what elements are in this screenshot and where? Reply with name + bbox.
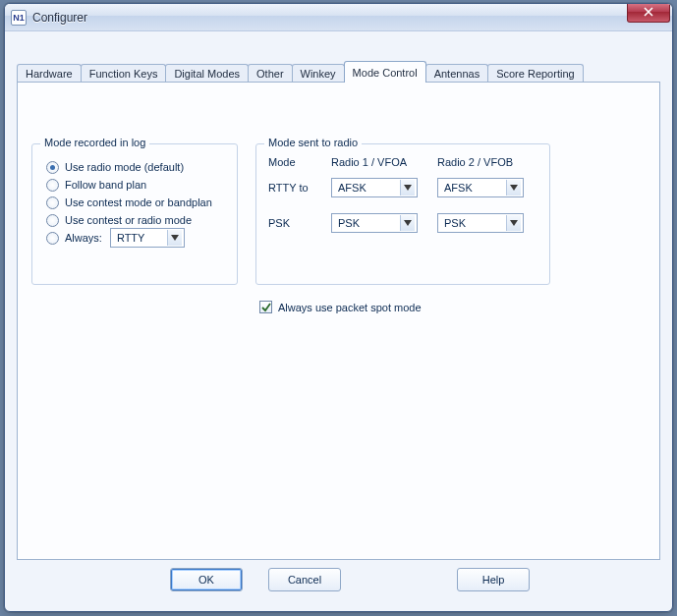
checkbox-label: Always use packet spot mode	[278, 302, 422, 313]
radio-dot-icon	[46, 179, 59, 192]
client-area: Hardware Function Keys Digital Modes Oth…	[11, 37, 666, 605]
tab-label: Hardware	[26, 68, 73, 80]
chevron-down-icon	[506, 215, 521, 231]
tab-label: Mode Control	[353, 67, 418, 79]
radio-follow-band-plan[interactable]: Follow band plan	[42, 176, 227, 194]
radio-contest-or-radio[interactable]: Use contest or radio mode	[42, 211, 227, 229]
radio-label: Always:	[65, 232, 102, 244]
radio-label: Use contest or radio mode	[65, 214, 192, 226]
row-label: PSK	[268, 217, 331, 229]
radio-dot-icon	[46, 196, 59, 209]
psk-radio1-select[interactable]: PSK	[331, 213, 418, 233]
radio-label: Follow band plan	[65, 179, 146, 191]
rtty-radio2-select[interactable]: AFSK	[437, 178, 524, 197]
radio-options: Use radio mode (default) Follow band pla…	[32, 144, 237, 254]
close-button[interactable]	[627, 4, 670, 23]
radio-dot-icon	[46, 232, 59, 245]
button-bar: OK Cancel Help	[11, 568, 666, 597]
radio-dot-icon	[46, 161, 59, 174]
tab-function-keys[interactable]: Function Keys	[81, 64, 167, 83]
chevron-down-icon	[400, 180, 415, 196]
rtty-radio1-select[interactable]: AFSK	[331, 178, 418, 197]
combo-value: PSK	[338, 217, 360, 229]
combo-value: AFSK	[338, 182, 367, 194]
tab-label: Digital Modes	[174, 68, 240, 80]
radio-use-radio-mode[interactable]: Use radio mode (default)	[42, 158, 227, 176]
titlebar[interactable]: N1 Configurer	[5, 4, 672, 31]
button-label: OK	[198, 574, 214, 586]
checkbox-icon	[259, 301, 272, 313]
group-legend: Mode sent to radio	[264, 137, 362, 148]
group-mode-recorded: Mode recorded in log Use radio mode (def…	[31, 143, 238, 285]
radio-always[interactable]: Always: RTTY	[42, 229, 227, 247]
tabpanel-mode-control: Mode recorded in log Use radio mode (def…	[17, 82, 660, 560]
ok-button[interactable]: OK	[170, 568, 243, 591]
tab-label: Winkey	[301, 68, 336, 80]
radio-dot-icon	[46, 214, 59, 227]
radio-label: Use contest mode or bandplan	[65, 196, 212, 208]
row-psk: PSK PSK PSK	[268, 213, 524, 233]
tab-digital-modes[interactable]: Digital Modes	[165, 64, 249, 83]
window: N1 Configurer Hardware Function Keys Dig…	[4, 3, 673, 612]
radio-contest-or-bandplan[interactable]: Use contest mode or bandplan	[42, 194, 227, 211]
psk-radio2-select[interactable]: PSK	[437, 213, 524, 233]
header-mode: Mode	[268, 156, 327, 168]
combo-value: RTTY	[117, 232, 145, 244]
chevron-down-icon	[506, 180, 521, 196]
header-radio2: Radio 2 / VFOB	[437, 156, 536, 168]
group-mode-sent: Mode sent to radio Mode Radio 1 / VFOA R…	[255, 143, 550, 285]
window-title: Configurer	[32, 11, 87, 25]
button-label: Help	[482, 574, 505, 586]
tab-other[interactable]: Other	[248, 64, 293, 83]
tab-label: Other	[256, 68, 284, 80]
help-button[interactable]: Help	[457, 568, 530, 591]
row-rtty: RTTY to AFSK AFSK	[268, 178, 524, 197]
tab-score-reporting[interactable]: Score Reporting	[487, 64, 584, 83]
always-mode-select[interactable]: RTTY	[110, 228, 185, 248]
group-legend: Mode recorded in log	[40, 137, 149, 148]
combo-value: AFSK	[444, 182, 473, 194]
close-icon	[644, 6, 653, 20]
tab-winkey[interactable]: Winkey	[292, 64, 345, 83]
cancel-button[interactable]: Cancel	[268, 568, 341, 591]
tabstrip: Hardware Function Keys Digital Modes Oth…	[17, 61, 660, 83]
row-label: RTTY to	[268, 182, 331, 194]
tab-mode-control[interactable]: Mode Control	[344, 61, 426, 83]
packet-spot-checkbox-row[interactable]: Always use packet spot mode	[259, 301, 422, 313]
chevron-down-icon	[400, 215, 415, 231]
combo-value: PSK	[444, 217, 466, 229]
tab-hardware[interactable]: Hardware	[17, 64, 82, 83]
tab-label: Antennas	[434, 68, 480, 80]
tab-antennas[interactable]: Antennas	[425, 64, 488, 83]
header-radio1: Radio 1 / VFOA	[331, 156, 429, 168]
app-icon: N1	[11, 10, 27, 26]
tab-label: Function Keys	[89, 68, 158, 80]
radio-label: Use radio mode (default)	[65, 161, 184, 173]
chevron-down-icon	[167, 230, 182, 246]
button-label: Cancel	[288, 574, 321, 586]
tab-label: Score Reporting	[496, 68, 575, 80]
